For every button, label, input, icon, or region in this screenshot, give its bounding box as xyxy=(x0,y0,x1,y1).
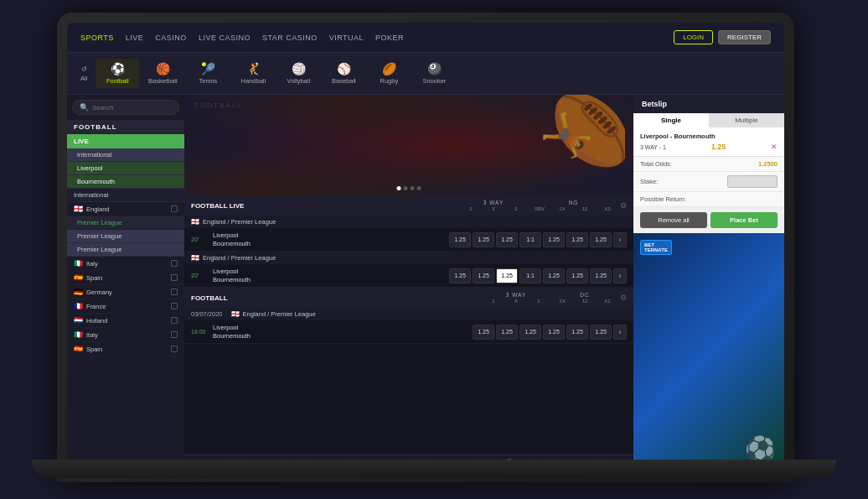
odd-3-2[interactable]: 1.25 xyxy=(496,325,518,340)
more-btn-3[interactable]: › xyxy=(613,325,627,340)
germany-checkbox[interactable] xyxy=(171,288,178,295)
england-flag: 🏴󠁧󠁢󠁥󠁮󠁧󠁿 xyxy=(74,205,83,213)
dot-4[interactable] xyxy=(417,186,421,190)
sidebar-germany[interactable]: 🇩🇪 Germany xyxy=(67,285,184,299)
odd-2-7[interactable]: 1.25 xyxy=(590,268,612,283)
odd-1-7[interactable]: 1.25 xyxy=(590,232,612,247)
sidebar-italy[interactable]: 🇮🇹 Italy xyxy=(67,257,184,271)
italy-checkbox[interactable] xyxy=(171,260,178,267)
italy-checkbox-2[interactable] xyxy=(171,331,178,338)
more-btn-1[interactable]: › xyxy=(613,232,627,247)
sidebar-england[interactable]: 🏴󠁧󠁢󠁥󠁮󠁧󠁿 England xyxy=(67,202,184,216)
sidebar-premier-league-2[interactable]: Premier League xyxy=(67,230,184,243)
sidebar-bournemouth[interactable]: Bournemouth xyxy=(67,175,184,189)
odd-3-4[interactable]: 1.25 xyxy=(543,325,565,340)
odd-2-1[interactable]: 1.25 xyxy=(449,268,471,283)
tab-single[interactable]: Single xyxy=(633,113,709,127)
match-row-3: 18:00 Liverpool Bournemouth 1.25 1.25 1.… xyxy=(184,320,633,344)
spain-checkbox-1[interactable] xyxy=(171,274,178,281)
handball-icon: 🤾 xyxy=(246,62,261,75)
tab-multiple[interactable]: Multiple xyxy=(709,113,784,127)
search-box[interactable]: 🔍 xyxy=(72,100,179,115)
odd-1-1[interactable]: 1.25 xyxy=(449,232,471,247)
col-3way-sub-2: 1 X 2 xyxy=(483,299,550,304)
dot-1[interactable] xyxy=(397,186,401,190)
place-bet-button[interactable]: Place Bet xyxy=(710,212,778,228)
nav-live-casino[interactable]: LIVE CASINO xyxy=(199,34,251,42)
tab-all-label: All xyxy=(80,75,87,82)
settings-icon-2[interactable]: ⚙ xyxy=(620,294,627,302)
ad-logo: BETTERNATE xyxy=(640,240,672,255)
tab-snooker[interactable]: 🎱 Snooker xyxy=(412,59,456,88)
sidebar-spain[interactable]: 🇪🇸 Spain xyxy=(67,271,184,285)
dot-2[interactable] xyxy=(404,186,408,190)
odd-1-3[interactable]: 1.25 xyxy=(496,232,518,247)
remove-all-button[interactable]: Remove all xyxy=(640,212,707,228)
odd-3-5[interactable]: 1.25 xyxy=(566,325,588,340)
nav-virtual[interactable]: VIRTUAL xyxy=(329,34,364,42)
tab-handball[interactable]: 🤾 Handball xyxy=(231,59,275,88)
volleyball-icon: 🏐 xyxy=(292,62,306,75)
nav-poker[interactable]: POKER xyxy=(375,34,404,42)
sidebar-international[interactable]: International xyxy=(67,148,184,162)
tab-all[interactable]: ↺ All xyxy=(74,62,94,86)
spain-checkbox-2[interactable] xyxy=(171,346,178,352)
holland-label: Holland xyxy=(86,317,168,325)
nav-casino[interactable]: CASINO xyxy=(155,34,187,42)
tab-volleyball-label: Vollyball xyxy=(287,77,311,85)
col-3way-sub: 1 X 2 xyxy=(460,206,527,211)
sidebar-premier-league-1[interactable]: Premier League xyxy=(67,216,184,230)
stake-input[interactable] xyxy=(727,175,778,188)
league-flag-1: 🏴󠁧󠁢󠁥󠁮󠁧󠁿 xyxy=(191,218,199,226)
col-group-3way: 3 WAY 1 X 2 xyxy=(460,200,527,211)
dot-3[interactable] xyxy=(411,186,415,190)
odd-1-5[interactable]: 1.25 xyxy=(543,232,565,247)
col-x2-2: X2 xyxy=(597,299,618,304)
league-row-2: 🏴󠁧󠁢󠁥󠁮󠁧󠁿 England / Premier League xyxy=(184,252,633,264)
sidebar-liverpool[interactable]: Liverpool xyxy=(67,162,184,175)
odd-3-1[interactable]: 1.25 xyxy=(473,325,494,340)
tab-volleyball[interactable]: 🏐 Vollyball xyxy=(276,59,320,88)
odd-2-2[interactable]: 1.25 xyxy=(473,268,494,283)
nav-star-casino[interactable]: STAR CASINO xyxy=(262,34,318,42)
bet-close-btn[interactable]: ✕ xyxy=(771,143,778,151)
sidebar-france[interactable]: 🇫🇷 France xyxy=(67,299,184,314)
tab-football[interactable]: ⚽ Football xyxy=(96,59,139,88)
odd-1-4[interactable]: 1:1 xyxy=(519,232,541,247)
settings-icon-1[interactable]: ⚙ xyxy=(620,201,627,210)
col-x-2: X xyxy=(505,299,527,304)
login-button[interactable]: LOGIN xyxy=(674,30,713,44)
odd-2-5[interactable]: 1.25 xyxy=(543,268,565,283)
odd-2-3-active[interactable]: 1.25 xyxy=(496,268,518,283)
sidebar-holland[interactable]: 🇳🇱 Holland xyxy=(67,314,184,328)
odd-3-3[interactable]: 1.25 xyxy=(519,325,541,340)
nav-sports[interactable]: SPORTS xyxy=(80,34,114,42)
team2-1: Bournemouth xyxy=(213,240,446,247)
tab-tennis[interactable]: 🎾 Tennis xyxy=(186,59,230,88)
team2-3: Bournemouth xyxy=(213,332,469,340)
more-btn-2[interactable]: › xyxy=(613,268,627,283)
sidebar-italy-2[interactable]: 🇮🇹 Italy xyxy=(67,328,184,342)
odd-1-6[interactable]: 1.25 xyxy=(566,232,588,247)
england-checkbox[interactable] xyxy=(171,205,178,212)
total-odds-label: Total Odds: xyxy=(640,160,672,168)
tab-basketball[interactable]: 🏀 Basketball xyxy=(141,59,184,88)
sidebar-live-header[interactable]: LIVE xyxy=(67,134,184,148)
sidebar-spain-2[interactable]: 🇪🇸 Spain xyxy=(67,342,184,356)
france-checkbox[interactable] xyxy=(171,303,178,309)
nav-live[interactable]: LIVE xyxy=(126,34,144,42)
register-button[interactable]: REGISTER xyxy=(718,30,771,44)
sidebar-premier-league-3[interactable]: Premier League xyxy=(67,243,184,257)
col-ng-sub: SBV 1X 12 X2 xyxy=(529,206,618,211)
odd-1-2[interactable]: 1.25 xyxy=(473,232,494,247)
odd-2-4[interactable]: 1:1 xyxy=(519,268,541,283)
hero-player-area: 🏉 🤸 xyxy=(441,95,625,195)
tab-baseball[interactable]: ⚾ Baseball xyxy=(322,59,365,88)
odd-3-6[interactable]: 1.25 xyxy=(590,325,612,340)
odd-2-6[interactable]: 1.25 xyxy=(566,268,588,283)
tab-rugby[interactable]: 🏉 Rugby xyxy=(367,59,411,88)
search-input[interactable] xyxy=(92,104,159,112)
holland-checkbox[interactable] xyxy=(171,317,178,324)
col-dc-label: DC xyxy=(580,292,589,298)
col-group-ng: NG SBV 1X 12 X2 xyxy=(529,200,618,211)
